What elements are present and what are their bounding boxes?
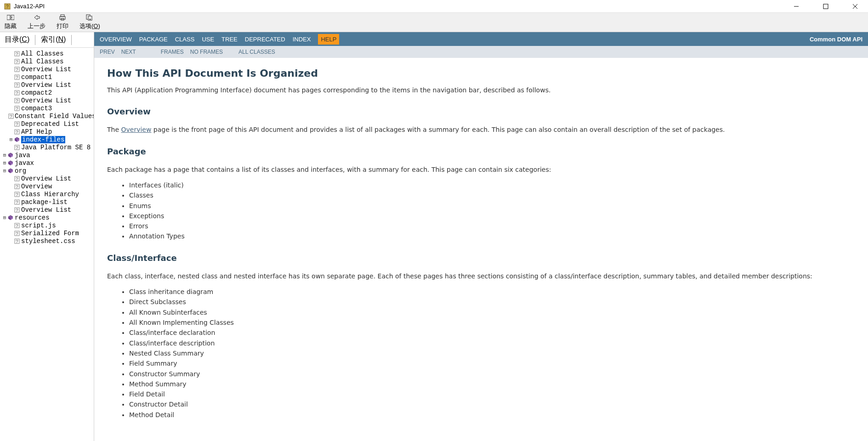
expand-icon[interactable]: ⊞ <box>2 152 7 158</box>
subnav-no-frames[interactable]: NO FRAMES <box>190 49 223 55</box>
nav-item-class[interactable]: CLASS <box>175 36 195 43</box>
tree-item[interactable]: ?Overview List <box>2 96 94 104</box>
tree-item-label: Serialized Form <box>21 230 79 237</box>
list-item: Direct Subclasses <box>129 297 855 306</box>
svg-text:?: ? <box>16 185 18 189</box>
tree-item[interactable]: ?package-list <box>2 198 94 206</box>
nav-item-index[interactable]: INDEX <box>293 36 311 43</box>
expand-icon[interactable]: ⊞ <box>2 168 7 174</box>
nav-item-help[interactable]: HELP <box>318 34 339 45</box>
expand-icon[interactable]: ⊞ <box>2 160 7 166</box>
nav-item-overview[interactable]: OVERVIEW <box>100 36 132 43</box>
tree-item-label: Deprecated List <box>21 120 79 128</box>
print-icon <box>59 14 66 22</box>
svg-rect-8 <box>60 17 65 19</box>
section-overview-heading: Overview <box>107 106 855 118</box>
toolbar-options[interactable]: 选项(O) <box>79 14 100 30</box>
svg-text:?: ? <box>16 68 18 72</box>
tree-item[interactable]: ?All Classes <box>2 50 94 57</box>
nav-item-tree[interactable]: TREE <box>221 36 238 43</box>
tree-item[interactable]: ?compact1 <box>2 73 94 81</box>
page-icon: ? <box>14 222 20 229</box>
tree-item[interactable]: ⊞index-files <box>2 136 94 143</box>
tab-index[interactable]: 索引(N) <box>39 34 68 45</box>
list-item: Method Detail <box>129 410 855 419</box>
page-icon: ? <box>14 121 20 127</box>
tree-item-label: script.js <box>21 222 56 229</box>
tree-item[interactable]: ?Constant Field Values <box>2 112 94 120</box>
tree-item[interactable]: ?All Classes <box>2 57 94 65</box>
toolbar-hide[interactable]: 隐藏 <box>5 14 17 30</box>
tree-item[interactable]: ?API Help <box>2 128 94 136</box>
maximize-button[interactable] <box>817 1 835 12</box>
tree-item[interactable]: ?Overview List <box>2 175 94 182</box>
toolbar-print[interactable]: 打印 <box>57 14 68 30</box>
document-body: How This API Document Is Organized This … <box>94 58 868 434</box>
hide-icon <box>7 14 14 22</box>
tree-item-label: Class Hierarchy <box>21 191 79 198</box>
page-icon: ? <box>14 183 20 190</box>
tree-item[interactable]: ⊞java <box>2 151 94 159</box>
page-icon: ? <box>14 82 20 88</box>
tab-separator <box>35 35 35 45</box>
tree-view[interactable]: ?All Classes?All Classes?Overview List?c… <box>0 48 94 441</box>
nav-item-package[interactable]: PACKAGE <box>139 36 168 43</box>
tree-item[interactable]: ?Overview List <box>2 206 94 214</box>
svg-text:?: ? <box>16 239 18 244</box>
minimize-button[interactable] <box>787 1 806 12</box>
tree-item[interactable]: ?compact3 <box>2 104 94 112</box>
overview-link[interactable]: Overview <box>121 126 152 133</box>
options-icon <box>86 14 93 22</box>
expand-icon[interactable]: ⊞ <box>2 215 7 220</box>
tree-item[interactable]: ?Class Hierarchy <box>2 190 94 198</box>
toolbar: 隐藏 上一步 打印 选项(O) <box>0 13 868 32</box>
tree-item[interactable]: ⊞resources <box>2 214 94 221</box>
tree-item-label: compact1 <box>21 74 52 81</box>
page-icon: ? <box>14 144 20 151</box>
tree-item[interactable]: ?Deprecated List <box>2 120 94 128</box>
nav-item-use[interactable]: USE <box>202 36 214 43</box>
tree-item[interactable]: ⊞org <box>2 167 94 175</box>
top-navbar: OVERVIEWPACKAGECLASSUSETREEDEPRECATEDIND… <box>94 32 868 46</box>
list-item: Class/interface description <box>129 339 855 348</box>
svg-text:?: ? <box>16 107 18 111</box>
svg-text:?: ? <box>16 91 18 96</box>
toolbar-back[interactable]: 上一步 <box>28 14 45 30</box>
page-icon: ? <box>14 175 20 182</box>
nav-item-deprecated[interactable]: DEPRECATED <box>245 36 285 43</box>
tree-item[interactable]: ?Serialized Form <box>2 229 94 237</box>
overview-text-pre: The <box>107 126 121 133</box>
package-icon <box>7 168 14 174</box>
sub-navbar: PREV NEXT FRAMES NO FRAMES ALL CLASSES <box>94 46 868 58</box>
list-item: Method Summary <box>129 379 855 389</box>
subnav-next[interactable]: NEXT <box>121 49 136 55</box>
svg-rect-3 <box>823 4 828 9</box>
tree-item-label: Overview List <box>21 97 71 104</box>
list-item: Class/interface declaration <box>129 328 855 337</box>
tree-item[interactable]: ?compact2 <box>2 89 94 96</box>
svg-text:?: ? <box>16 83 18 88</box>
page-icon: ? <box>14 66 20 73</box>
tree-item[interactable]: ⊞javax <box>2 159 94 167</box>
expand-icon[interactable]: ⊞ <box>8 136 14 142</box>
tab-toc[interactable]: 目录(C) <box>3 34 31 45</box>
section-package-heading: Package <box>107 146 855 158</box>
overview-text-post: page is the front page of this API docum… <box>151 126 725 133</box>
tree-item-label: Overview List <box>21 175 71 182</box>
package-icon <box>7 215 14 221</box>
svg-rect-6 <box>7 15 10 20</box>
tree-item[interactable]: ?Overview List <box>2 65 94 73</box>
subnav-frames[interactable]: FRAMES <box>161 49 184 55</box>
doc-title: How This API Document Is Organized <box>107 66 855 81</box>
subnav-prev[interactable]: PREV <box>100 49 115 55</box>
page-icon: ? <box>14 90 20 96</box>
tree-item[interactable]: ?Overview List <box>2 81 94 89</box>
tree-item[interactable]: ?Java Platform SE 8 <box>2 143 94 151</box>
tree-item[interactable]: ?Overview <box>2 182 94 190</box>
subnav-all-classes[interactable]: ALL CLASSES <box>238 49 275 55</box>
tree-item[interactable]: ?stylesheet.css <box>2 237 94 245</box>
close-button[interactable] <box>846 1 864 12</box>
page-icon: ? <box>14 191 20 198</box>
tree-item-label: Overview <box>21 183 52 190</box>
tree-item[interactable]: ?script.js <box>2 221 94 229</box>
